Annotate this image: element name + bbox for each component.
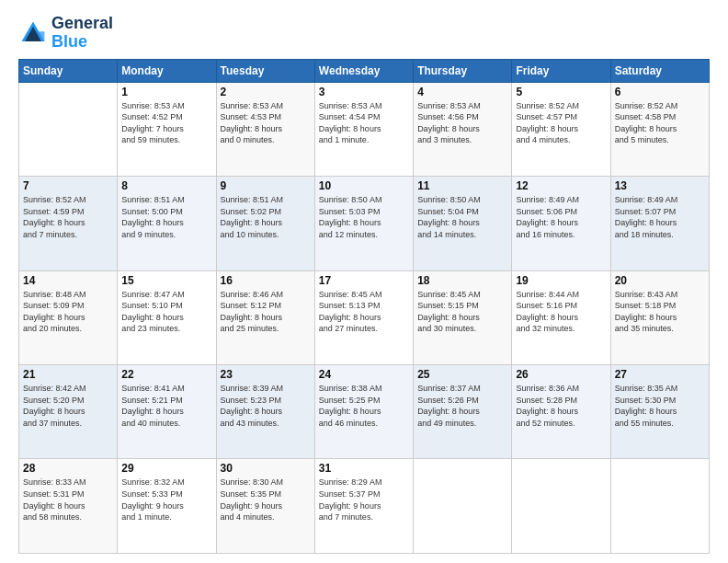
calendar-week-row: 28Sunrise: 8:33 AM Sunset: 5:31 PM Dayli… [19, 459, 710, 554]
day-info: Sunrise: 8:49 AM Sunset: 5:06 PM Dayligh… [516, 194, 606, 240]
day-number: 10 [319, 179, 409, 192]
day-number: 4 [417, 86, 507, 98]
calendar-day-18: 18Sunrise: 8:45 AM Sunset: 5:15 PM Dayli… [414, 270, 512, 364]
day-info: Sunrise: 8:39 AM Sunset: 5:23 PM Dayligh… [221, 383, 311, 429]
day-info: Sunrise: 8:33 AM Sunset: 5:31 PM Dayligh… [23, 477, 113, 523]
day-number: 23 [221, 368, 311, 381]
calendar-day-17: 17Sunrise: 8:45 AM Sunset: 5:13 PM Dayli… [314, 270, 413, 364]
day-info: Sunrise: 8:46 AM Sunset: 5:12 PM Dayligh… [221, 289, 311, 335]
day-info: Sunrise: 8:48 AM Sunset: 5:09 PM Dayligh… [23, 289, 113, 335]
day-info: Sunrise: 8:51 AM Sunset: 5:02 PM Dayligh… [221, 194, 311, 240]
day-number: 1 [121, 86, 211, 98]
day-number: 19 [516, 274, 606, 287]
weekday-header-monday: Monday [118, 59, 216, 82]
day-info: Sunrise: 8:50 AM Sunset: 5:04 PM Dayligh… [417, 194, 507, 240]
day-number: 26 [516, 368, 606, 381]
calendar-day-12: 12Sunrise: 8:49 AM Sunset: 5:06 PM Dayli… [512, 177, 610, 270]
day-info: Sunrise: 8:44 AM Sunset: 5:16 PM Dayligh… [516, 289, 606, 335]
calendar-day-11: 11Sunrise: 8:50 AM Sunset: 5:04 PM Dayli… [414, 177, 512, 270]
day-number: 7 [23, 179, 113, 192]
calendar-day-26: 26Sunrise: 8:36 AM Sunset: 5:28 PM Dayli… [512, 365, 610, 459]
calendar-day-10: 10Sunrise: 8:50 AM Sunset: 5:03 PM Dayli… [314, 177, 413, 270]
day-number: 5 [516, 86, 606, 98]
calendar-day-20: 20Sunrise: 8:43 AM Sunset: 5:18 PM Dayli… [610, 270, 709, 364]
day-number: 2 [221, 86, 311, 98]
calendar-day-25: 25Sunrise: 8:37 AM Sunset: 5:26 PM Dayli… [414, 365, 512, 459]
day-number: 20 [615, 274, 705, 287]
day-number: 28 [23, 462, 113, 475]
calendar-day-1: 1Sunrise: 8:53 AM Sunset: 4:52 PM Daylig… [118, 82, 216, 176]
day-number: 6 [615, 86, 705, 98]
calendar-day-31: 31Sunrise: 8:29 AM Sunset: 5:37 PM Dayli… [314, 459, 413, 554]
calendar-day-5: 5Sunrise: 8:52 AM Sunset: 4:57 PM Daylig… [512, 82, 610, 176]
calendar-day-9: 9Sunrise: 8:51 AM Sunset: 5:02 PM Daylig… [216, 177, 314, 270]
day-info: Sunrise: 8:53 AM Sunset: 4:53 PM Dayligh… [221, 100, 311, 146]
calendar-empty-cell [610, 459, 709, 554]
day-number: 12 [516, 179, 606, 192]
day-info: Sunrise: 8:45 AM Sunset: 5:13 PM Dayligh… [319, 289, 409, 335]
day-number: 25 [417, 368, 507, 381]
calendar-day-6: 6Sunrise: 8:52 AM Sunset: 4:58 PM Daylig… [610, 82, 709, 176]
day-number: 15 [121, 274, 211, 287]
day-info: Sunrise: 8:41 AM Sunset: 5:21 PM Dayligh… [121, 383, 211, 429]
calendar-day-2: 2Sunrise: 8:53 AM Sunset: 4:53 PM Daylig… [216, 82, 314, 176]
calendar-day-4: 4Sunrise: 8:53 AM Sunset: 4:56 PM Daylig… [414, 82, 512, 176]
day-number: 24 [319, 368, 409, 381]
page: General Blue SundayMondayTuesdayWednesda… [0, 0, 728, 563]
day-number: 13 [615, 179, 705, 192]
day-info: Sunrise: 8:49 AM Sunset: 5:07 PM Dayligh… [615, 194, 705, 240]
calendar-empty-cell [414, 459, 512, 554]
calendar-day-29: 29Sunrise: 8:32 AM Sunset: 5:33 PM Dayli… [118, 459, 216, 554]
weekday-header-row: SundayMondayTuesdayWednesdayThursdayFrid… [19, 59, 710, 82]
weekday-header-friday: Friday [512, 59, 610, 82]
day-number: 11 [417, 179, 507, 192]
day-number: 3 [319, 86, 409, 98]
day-info: Sunrise: 8:51 AM Sunset: 5:00 PM Dayligh… [121, 194, 211, 240]
day-number: 21 [23, 368, 113, 381]
day-number: 17 [319, 274, 409, 287]
calendar-day-24: 24Sunrise: 8:38 AM Sunset: 5:25 PM Dayli… [314, 365, 413, 459]
day-info: Sunrise: 8:53 AM Sunset: 4:52 PM Dayligh… [121, 100, 211, 146]
calendar-day-30: 30Sunrise: 8:30 AM Sunset: 5:35 PM Dayli… [216, 459, 314, 554]
calendar-day-27: 27Sunrise: 8:35 AM Sunset: 5:30 PM Dayli… [610, 365, 709, 459]
day-info: Sunrise: 8:47 AM Sunset: 5:10 PM Dayligh… [121, 289, 211, 335]
logo-icon [18, 18, 48, 48]
calendar-day-7: 7Sunrise: 8:52 AM Sunset: 4:59 PM Daylig… [19, 177, 118, 270]
calendar-day-16: 16Sunrise: 8:46 AM Sunset: 5:12 PM Dayli… [216, 270, 314, 364]
calendar-day-21: 21Sunrise: 8:42 AM Sunset: 5:20 PM Dayli… [19, 365, 118, 459]
calendar-day-19: 19Sunrise: 8:44 AM Sunset: 5:16 PM Dayli… [512, 270, 610, 364]
day-number: 16 [221, 274, 311, 287]
day-number: 30 [221, 462, 311, 475]
header: General Blue [18, 15, 710, 52]
day-info: Sunrise: 8:36 AM Sunset: 5:28 PM Dayligh… [516, 383, 606, 429]
day-info: Sunrise: 8:35 AM Sunset: 5:30 PM Dayligh… [615, 383, 705, 429]
logo-text: General Blue [51, 15, 113, 52]
calendar-day-22: 22Sunrise: 8:41 AM Sunset: 5:21 PM Dayli… [118, 365, 216, 459]
day-info: Sunrise: 8:53 AM Sunset: 4:56 PM Dayligh… [417, 100, 507, 146]
day-info: Sunrise: 8:42 AM Sunset: 5:20 PM Dayligh… [23, 383, 113, 429]
calendar-day-8: 8Sunrise: 8:51 AM Sunset: 5:00 PM Daylig… [118, 177, 216, 270]
calendar-empty-cell [19, 82, 118, 176]
day-info: Sunrise: 8:52 AM Sunset: 4:57 PM Dayligh… [516, 100, 606, 146]
day-number: 8 [121, 179, 211, 192]
day-info: Sunrise: 8:52 AM Sunset: 4:58 PM Dayligh… [615, 100, 705, 146]
day-info: Sunrise: 8:38 AM Sunset: 5:25 PM Dayligh… [319, 383, 409, 429]
day-number: 9 [221, 179, 311, 192]
weekday-header-tuesday: Tuesday [216, 59, 314, 82]
day-info: Sunrise: 8:53 AM Sunset: 4:54 PM Dayligh… [319, 100, 409, 146]
day-number: 14 [23, 274, 113, 287]
calendar-day-15: 15Sunrise: 8:47 AM Sunset: 5:10 PM Dayli… [118, 270, 216, 364]
weekday-header-thursday: Thursday [414, 59, 512, 82]
calendar-day-14: 14Sunrise: 8:48 AM Sunset: 5:09 PM Dayli… [19, 270, 118, 364]
day-info: Sunrise: 8:32 AM Sunset: 5:33 PM Dayligh… [121, 477, 211, 523]
day-info: Sunrise: 8:30 AM Sunset: 5:35 PM Dayligh… [221, 477, 311, 523]
day-info: Sunrise: 8:29 AM Sunset: 5:37 PM Dayligh… [319, 477, 409, 523]
calendar-day-23: 23Sunrise: 8:39 AM Sunset: 5:23 PM Dayli… [216, 365, 314, 459]
weekday-header-sunday: Sunday [19, 59, 118, 82]
calendar-day-13: 13Sunrise: 8:49 AM Sunset: 5:07 PM Dayli… [610, 177, 709, 270]
calendar-table: SundayMondayTuesdayWednesdayThursdayFrid… [18, 59, 710, 554]
day-info: Sunrise: 8:43 AM Sunset: 5:18 PM Dayligh… [615, 289, 705, 335]
day-number: 27 [615, 368, 705, 381]
day-info: Sunrise: 8:45 AM Sunset: 5:15 PM Dayligh… [417, 289, 507, 335]
day-info: Sunrise: 8:50 AM Sunset: 5:03 PM Dayligh… [319, 194, 409, 240]
